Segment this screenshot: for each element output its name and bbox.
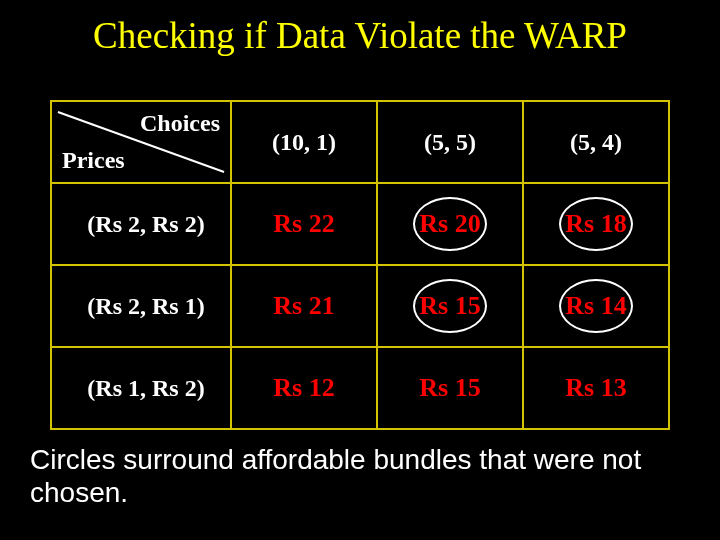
col-header-0: (10, 1) — [231, 101, 377, 183]
row-header-0: (Rs 2, Rs 2) — [51, 183, 231, 265]
cell-1-1: Rs 15 — [377, 265, 523, 347]
cell-value: Rs 22 — [273, 209, 334, 239]
cell-2-2: Rs 13 — [523, 347, 669, 429]
cell-0-2: Rs 18 — [523, 183, 669, 265]
cell-0-1: Rs 20 — [377, 183, 523, 265]
col-header-2: (5, 4) — [523, 101, 669, 183]
choices-label: Choices — [140, 110, 220, 137]
cell-value: Rs 15 — [419, 291, 480, 321]
slide: Checking if Data Violate the WARP Choice… — [0, 0, 720, 540]
cell-value: Rs 15 — [419, 373, 480, 403]
cell-value: Rs 12 — [273, 373, 334, 403]
caption-text: Circles surround affordable bundles that… — [30, 443, 690, 510]
cell-1-2: Rs 14 — [523, 265, 669, 347]
row-header-1: (Rs 2, Rs 1) — [51, 265, 231, 347]
cell-0-0: Rs 22 — [231, 183, 377, 265]
cell-value: Rs 20 — [419, 209, 480, 239]
cell-2-1: Rs 15 — [377, 347, 523, 429]
corner-header: Choices Prices — [51, 101, 231, 183]
cell-value: Rs 18 — [565, 209, 626, 239]
warp-table: Choices Prices (10, 1) (5, 5) (5, 4) (Rs… — [50, 100, 670, 430]
cell-value: Rs 21 — [273, 291, 334, 321]
col-header-1: (5, 5) — [377, 101, 523, 183]
table-row: (Rs 2, Rs 1) Rs 21 Rs 15 Rs 14 — [51, 265, 669, 347]
table-row: (Rs 1, Rs 2) Rs 12 Rs 15 Rs 13 — [51, 347, 669, 429]
table-header-row: Choices Prices (10, 1) (5, 5) (5, 4) — [51, 101, 669, 183]
prices-label: Prices — [62, 147, 125, 174]
cell-value: Rs 13 — [565, 373, 626, 403]
row-header-2: (Rs 1, Rs 2) — [51, 347, 231, 429]
table-row: (Rs 2, Rs 2) Rs 22 Rs 20 Rs 18 — [51, 183, 669, 265]
cell-1-0: Rs 21 — [231, 265, 377, 347]
cell-2-0: Rs 12 — [231, 347, 377, 429]
slide-title: Checking if Data Violate the WARP — [0, 14, 720, 57]
cell-value: Rs 14 — [565, 291, 626, 321]
